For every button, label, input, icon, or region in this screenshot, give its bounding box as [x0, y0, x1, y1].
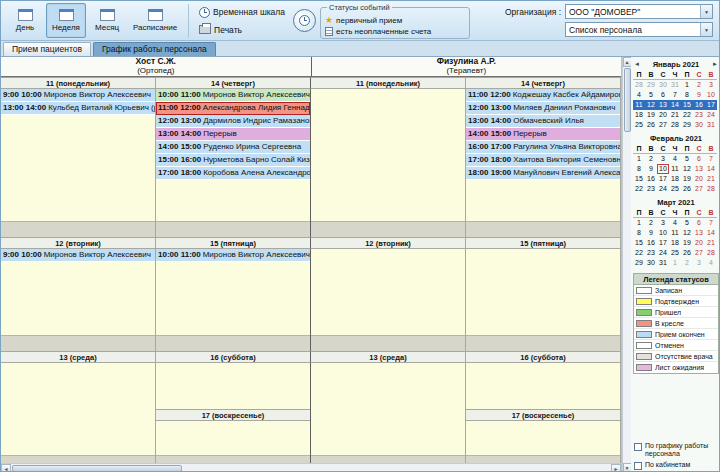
day-column[interactable]: 10:00 11:00Миронов Виктор Алексеевич11:0… — [156, 89, 311, 237]
calendar-day[interactable]: 15 — [681, 100, 693, 110]
appointment[interactable]: 13:00 14:00Перерыв — [156, 128, 310, 141]
calendar-day[interactable]: 6 — [693, 154, 705, 164]
filter-by-staff-schedule[interactable]: По графику работы персонала — [634, 442, 718, 458]
calendar-day[interactable]: 8 — [633, 228, 645, 238]
calendar-day[interactable]: 1 — [633, 154, 645, 164]
tab-patient-reception[interactable]: Прием пациентов — [3, 42, 91, 56]
calendar-day[interactable]: 7 — [705, 218, 717, 228]
appointment[interactable]: 17:00 18:00Хаитова Виктория Семеновна — [466, 154, 620, 167]
scroll-right-arrow[interactable]: ► — [611, 464, 621, 472]
free-area[interactable] — [1, 363, 155, 455]
calendar-day[interactable]: 25 — [633, 120, 645, 130]
calendar-day[interactable]: 25 — [669, 248, 681, 258]
calendar-day[interactable]: 13 — [693, 228, 705, 238]
calendar-day[interactable]: 19 — [681, 238, 693, 248]
calendar-day[interactable]: 22 — [633, 184, 645, 194]
appointment[interactable]: 17:00 18:00Коробова Алена Александровна — [156, 167, 310, 180]
free-area[interactable] — [156, 180, 310, 221]
appointment[interactable]: 11:00 12:00Коджешау Касбек Айдамирович — [466, 89, 620, 102]
appointment[interactable]: 9:00 10:00Миронов Виктор Алексеевич — [1, 249, 155, 262]
calendar-day[interactable]: 3 — [657, 154, 669, 164]
appointment[interactable]: 14:00 15:00Руденко Ирина Сергеевна — [156, 141, 310, 154]
calendar-day[interactable]: 3 — [657, 218, 669, 228]
calendar-day[interactable]: 31 — [669, 80, 681, 90]
calendar-day[interactable]: 16 — [645, 174, 657, 184]
calendar-day[interactable]: 28 — [669, 120, 681, 130]
calendar-day[interactable]: 12 — [681, 164, 693, 174]
calendar-day[interactable]: 7 — [705, 154, 717, 164]
calendar-day[interactable]: 31 — [705, 120, 717, 130]
horizontal-scrollbar[interactable]: ◄ ► — [1, 463, 621, 472]
day-column[interactable] — [311, 249, 466, 351]
calendar-day[interactable]: 20 — [693, 174, 705, 184]
calendar-day[interactable]: 13 — [693, 164, 705, 174]
checkbox-icon[interactable] — [634, 443, 642, 451]
calendar-day[interactable]: 14 — [669, 100, 681, 110]
appointment[interactable]: 18:00 19:00Мануйлович Евгений Александро… — [466, 167, 620, 180]
day-column[interactable]: 9:00 10:00Миронов Виктор Алексеевич13:00… — [1, 89, 156, 237]
appointment[interactable]: 16:00 17:00Рагулина Ульяна Викторовна — [466, 141, 620, 154]
calendar-day[interactable]: 19 — [681, 174, 693, 184]
horizontal-scroll-thumb[interactable] — [12, 465, 182, 472]
day-column[interactable] — [311, 363, 466, 463]
calendar-day[interactable]: 4 — [633, 90, 645, 100]
calendar-day[interactable]: 11 — [669, 228, 681, 238]
calendar-day[interactable]: 26 — [645, 120, 657, 130]
free-area[interactable] — [156, 262, 310, 335]
calendar-day[interactable]: 8 — [633, 164, 645, 174]
calendar-day[interactable]: 12 — [645, 100, 657, 110]
calendar-day[interactable]: 25 — [669, 184, 681, 194]
scroll-left-arrow[interactable]: ◄ — [1, 464, 11, 472]
calendar-day[interactable]: 23 — [645, 184, 657, 194]
calendar-day[interactable]: 1 — [681, 80, 693, 90]
appointment[interactable]: 10:00 11:00Миронов Виктор Алексеевич — [156, 249, 310, 262]
calendar-day[interactable]: 23 — [645, 248, 657, 258]
calendar-day[interactable]: 29 — [633, 258, 645, 268]
calendar-day[interactable]: 10 — [705, 90, 717, 100]
calendar-day[interactable]: 10 — [657, 228, 669, 238]
calendar-day[interactable]: 21 — [705, 238, 717, 248]
prev-month-arrow[interactable]: ◄ — [634, 59, 640, 70]
calendar-day[interactable]: 17 — [657, 174, 669, 184]
organization-select[interactable]: ООО "ДОМОВЕР" ▼ — [565, 4, 713, 19]
sunday-area[interactable] — [156, 421, 310, 455]
calendar-day[interactable]: 2 — [645, 218, 657, 228]
calendar-day[interactable]: 5 — [681, 218, 693, 228]
calendar-day[interactable]: 9 — [645, 228, 657, 238]
sunday-area[interactable] — [466, 421, 620, 455]
calendar-day[interactable]: 5 — [645, 90, 657, 100]
free-area[interactable] — [466, 249, 620, 335]
calendar-day[interactable]: 18 — [633, 110, 645, 120]
day-column[interactable] — [1, 363, 156, 463]
calendar-day[interactable]: 24 — [705, 110, 717, 120]
free-area[interactable] — [311, 89, 465, 221]
calendar-day[interactable]: 28 — [633, 80, 645, 90]
filter-by-rooms[interactable]: По кабинетам — [634, 461, 718, 470]
calendar-day[interactable]: 16 — [645, 238, 657, 248]
day-column[interactable]: 9:00 10:00Миронов Виктор Алексеевич — [1, 249, 156, 351]
appointment[interactable]: 10:00 11:00Миронов Виктор Алексеевич — [156, 89, 310, 102]
calendar-day[interactable]: 31 — [657, 258, 669, 268]
view-button-month[interactable]: Месяц — [87, 3, 127, 38]
calendar-day[interactable]: 17 — [705, 100, 717, 110]
calendar-day[interactable]: 28 — [705, 248, 717, 258]
calendar-day[interactable]: 21 — [669, 110, 681, 120]
chevron-down-icon[interactable]: ▼ — [700, 5, 712, 18]
calendar-day[interactable]: 24 — [657, 184, 669, 194]
calendar-day[interactable]: 18 — [669, 238, 681, 248]
calendar-day[interactable]: 14 — [705, 164, 717, 174]
calendar-day[interactable]: 15 — [633, 174, 645, 184]
calendar-day[interactable]: 10 — [657, 164, 669, 174]
chevron-down-icon[interactable]: ▼ — [700, 23, 712, 36]
calendar-day[interactable]: 6 — [693, 218, 705, 228]
free-area[interactable] — [311, 363, 465, 455]
calendar-day[interactable]: 8 — [681, 90, 693, 100]
calendar-day[interactable]: 27 — [693, 184, 705, 194]
calendar-day[interactable]: 9 — [693, 90, 705, 100]
day-column[interactable]: 17 (воскресенье) — [466, 363, 621, 463]
day-column[interactable] — [311, 89, 466, 237]
calendar-day[interactable]: 30 — [693, 120, 705, 130]
calendar-day[interactable]: 19 — [645, 110, 657, 120]
free-area[interactable] — [466, 180, 620, 221]
calendar-day[interactable]: 11 — [633, 100, 645, 110]
